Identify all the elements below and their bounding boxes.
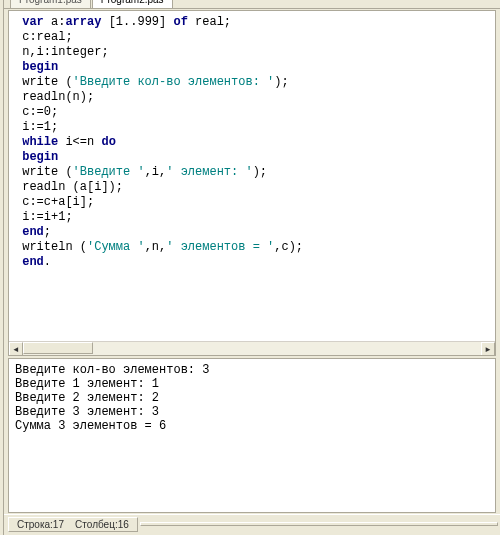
scroll-track[interactable] (23, 342, 481, 355)
scroll-thumb[interactable] (23, 342, 93, 354)
tab-label: Program2.pas (101, 0, 164, 5)
tab-program1[interactable]: Program1.pas (10, 0, 91, 8)
code-keyword: of (173, 15, 187, 29)
arrow-left-icon: ◄ (14, 345, 19, 354)
code-area[interactable]: var a:array [1..999] of real; c:real; n,… (9, 11, 495, 341)
code-string: 'Введите кол-во элементов: ' (73, 75, 275, 89)
code-string: ' элемент: ' (166, 165, 252, 179)
code-line: begin (15, 150, 489, 165)
code-line: i:=1; (15, 120, 489, 135)
tab-program2[interactable]: Program2.pas (92, 0, 173, 8)
status-line-label: Строка: (17, 519, 53, 530)
code-text: . (44, 255, 51, 269)
output-pane[interactable]: Введите кол-во элементов: 3Введите 1 эле… (8, 358, 496, 513)
code-line: c:real; (15, 30, 489, 45)
code-text: ,c); (274, 240, 303, 254)
code-keyword: while (22, 135, 58, 149)
code-string: 'Введите ' (73, 165, 145, 179)
code-text: ,n, (145, 240, 167, 254)
code-text: a: (44, 15, 66, 29)
code-text: write ( (15, 75, 73, 89)
code-string: ' элементов = ' (166, 240, 274, 254)
left-gutter (0, 0, 4, 535)
code-text: i:=i+1; (15, 210, 73, 224)
code-string: 'Сумма ' (87, 240, 145, 254)
code-line: writeln ('Сумма ',n,' элементов = ',c); (15, 240, 489, 255)
code-line: c:=0; (15, 105, 489, 120)
status-line: Строка:17 Столбец:16 (8, 517, 138, 532)
code-line: begin (15, 60, 489, 75)
code-text: ; (44, 225, 51, 239)
main-wrapper: Program1.pas Program2.pas var a:array [1… (0, 0, 500, 535)
code-line: readln (a[i]); (15, 180, 489, 195)
code-text: i:=1; (15, 120, 58, 134)
code-keyword: end (22, 225, 44, 239)
status-col-value: 16 (118, 519, 129, 530)
output-line: Введите 1 элемент: 1 (15, 377, 489, 391)
code-line: end; (15, 225, 489, 240)
code-text: ); (274, 75, 288, 89)
arrow-right-icon: ► (486, 345, 491, 354)
code-text: writeln ( (15, 240, 87, 254)
code-keyword: begin (22, 60, 58, 74)
output-line: Сумма 3 элементов = 6 (15, 419, 489, 433)
hscroll: ◄ ► (9, 341, 495, 355)
code-line: n,i:integer; (15, 45, 489, 60)
tabs-bar: Program1.pas Program2.pas (0, 0, 500, 9)
code-line: var a:array [1..999] of real; (15, 15, 489, 30)
code-text: ,i, (145, 165, 167, 179)
code-text: c:=c+a[i]; (15, 195, 94, 209)
scroll-left-button[interactable]: ◄ (9, 342, 23, 356)
editor-pane[interactable]: var a:array [1..999] of real; c:real; n,… (8, 10, 496, 356)
status-spacer (140, 522, 498, 526)
code-line: write ('Введите кол-во элементов: '); (15, 75, 489, 90)
status-col-label: Столбец: (75, 519, 118, 530)
code-text: c:=0; (15, 105, 58, 119)
code-text: write ( (15, 165, 73, 179)
output-line: Введите 3 элемент: 3 (15, 405, 489, 419)
code-text: [1..999] (101, 15, 173, 29)
code-text: readln(n); (15, 90, 94, 104)
code-keyword: begin (22, 150, 58, 164)
code-line: write ('Введите ',i,' элемент: '); (15, 165, 489, 180)
code-text: ); (253, 165, 267, 179)
code-text: c:real; (15, 30, 73, 44)
status-line-value: 17 (53, 519, 64, 530)
code-line: end. (15, 255, 489, 270)
code-keyword: do (101, 135, 115, 149)
scroll-right-button[interactable]: ► (481, 342, 495, 356)
code-keyword: end (22, 255, 44, 269)
code-keyword: array (65, 15, 101, 29)
code-line: readln(n); (15, 90, 489, 105)
output-line: Введите 2 элемент: 2 (15, 391, 489, 405)
code-line: while i<=n do (15, 135, 489, 150)
output-line: Введите кол-во элементов: 3 (15, 363, 489, 377)
code-text: real; (188, 15, 231, 29)
code-line: i:=i+1; (15, 210, 489, 225)
code-line: c:=c+a[i]; (15, 195, 489, 210)
code-text: readln (a[i]); (15, 180, 123, 194)
status-bar: Строка:17 Столбец:16 (0, 514, 500, 533)
code-text: n,i:integer; (15, 45, 109, 59)
code-keyword: var (22, 15, 44, 29)
tab-label: Program1.pas (19, 0, 82, 5)
code-text: i<=n (58, 135, 101, 149)
